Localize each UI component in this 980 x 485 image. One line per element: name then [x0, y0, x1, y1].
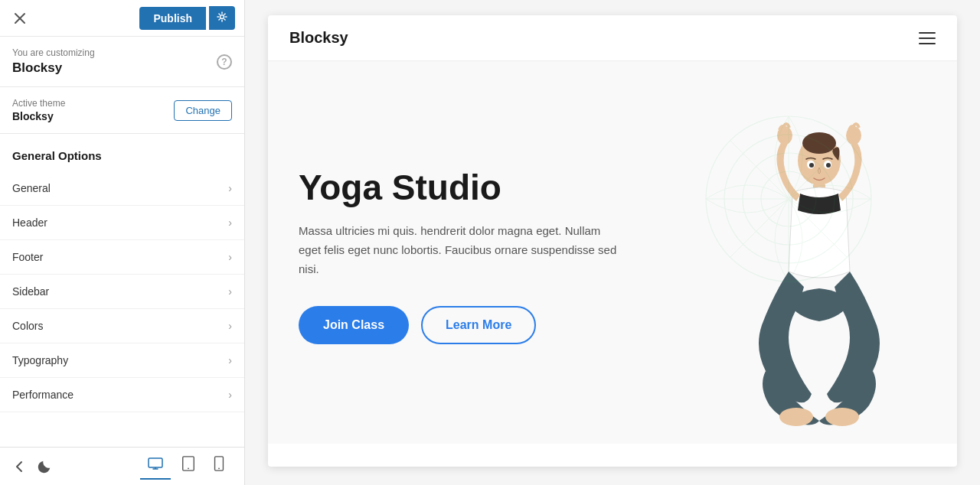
preview-logo: Blocksy: [289, 29, 348, 47]
bottom-bar: [0, 447, 244, 485]
menu-item-typography[interactable]: Typography ›: [0, 343, 244, 378]
desktop-device-button[interactable]: [140, 453, 171, 480]
chevron-icon: ›: [228, 389, 232, 401]
top-bar: Publish: [0, 0, 244, 37]
left-panel: Publish You are customizing Blocksy ? Ac…: [0, 0, 245, 485]
customizing-top: You are customizing Blocksy ?: [12, 47, 232, 76]
menu-item-colors[interactable]: Colors ›: [0, 309, 244, 343]
menu-item-performance[interactable]: Performance ›: [0, 378, 244, 412]
active-theme-name: Blocksy: [12, 110, 65, 122]
publish-area: Publish: [139, 6, 235, 30]
menu-item-header-label: Header: [12, 216, 47, 229]
site-title: Blocksy: [12, 60, 95, 76]
svg-point-24: [825, 408, 859, 426]
svg-rect-3: [149, 458, 162, 467]
menu-item-performance-label: Performance: [12, 389, 74, 401]
menu-item-sidebar-label: Sidebar: [12, 285, 49, 298]
menu-item-typography-label: Typography: [12, 354, 68, 366]
tablet-device-button[interactable]: [174, 453, 203, 480]
bottom-left: [12, 459, 52, 474]
svg-point-7: [188, 467, 189, 469]
svg-point-23: [779, 408, 813, 426]
change-theme-button[interactable]: Change: [174, 100, 232, 121]
publish-button[interactable]: Publish: [139, 7, 206, 30]
menu-item-footer[interactable]: Footer ›: [0, 240, 244, 275]
publish-settings-button[interactable]: [209, 6, 235, 30]
preview-frame: Blocksy Yoga Studio Massa ultricies mi q…: [268, 15, 957, 467]
customizing-info: You are customizing Blocksy: [12, 47, 95, 76]
device-icons: [140, 453, 232, 480]
chevron-icon: ›: [228, 285, 232, 298]
close-button[interactable]: [9, 8, 31, 29]
hamburger-icon[interactable]: [919, 32, 936, 44]
active-theme-section: Active theme Blocksy Change: [0, 87, 244, 134]
mandala-bg-icon: [697, 107, 880, 291]
menu-item-footer-label: Footer: [12, 251, 43, 263]
chevron-icon: ›: [228, 251, 232, 263]
menu-list: General › Header › Footer › Sidebar › Co…: [0, 171, 244, 447]
theme-info: Active theme Blocksy: [12, 98, 65, 122]
menu-item-colors-label: Colors: [12, 320, 43, 332]
menu-item-header[interactable]: Header ›: [0, 206, 244, 240]
general-options-title: General Options: [0, 134, 244, 171]
menu-item-sidebar[interactable]: Sidebar ›: [0, 275, 244, 309]
hero-content: Yoga Studio Massa ultricies mi quis. hen…: [299, 168, 681, 345]
hero-desc: Massa ultricies mi quis. hendrerit dolor…: [299, 222, 620, 278]
active-theme-label: Active theme: [12, 98, 65, 109]
chevron-icon: ›: [228, 354, 232, 366]
hero-buttons: Join Class Learn More: [299, 306, 681, 344]
dark-mode-icon[interactable]: [37, 459, 52, 474]
mobile-device-button[interactable]: [206, 453, 232, 480]
customizing-section: You are customizing Blocksy ?: [0, 37, 244, 87]
join-class-button[interactable]: Join Class: [299, 306, 409, 344]
customizing-label: You are customizing: [12, 47, 95, 58]
hero-image: [712, 76, 926, 451]
preview-nav: Blocksy: [268, 15, 957, 61]
learn-more-button[interactable]: Learn More: [421, 306, 536, 344]
svg-point-9: [218, 467, 220, 469]
hero-title: Yoga Studio: [299, 168, 681, 207]
help-icon[interactable]: ?: [217, 54, 232, 70]
preview-hero: Yoga Studio Massa ultricies mi quis. hen…: [268, 61, 957, 444]
chevron-icon: ›: [228, 182, 232, 194]
menu-item-general[interactable]: General ›: [0, 171, 244, 206]
back-icon[interactable]: [12, 459, 28, 474]
chevron-icon: ›: [228, 320, 232, 332]
right-preview: Blocksy Yoga Studio Massa ultricies mi q…: [245, 0, 980, 485]
chevron-icon: ›: [228, 216, 232, 229]
svg-point-2: [220, 15, 224, 19]
menu-item-general-label: General: [12, 182, 51, 194]
